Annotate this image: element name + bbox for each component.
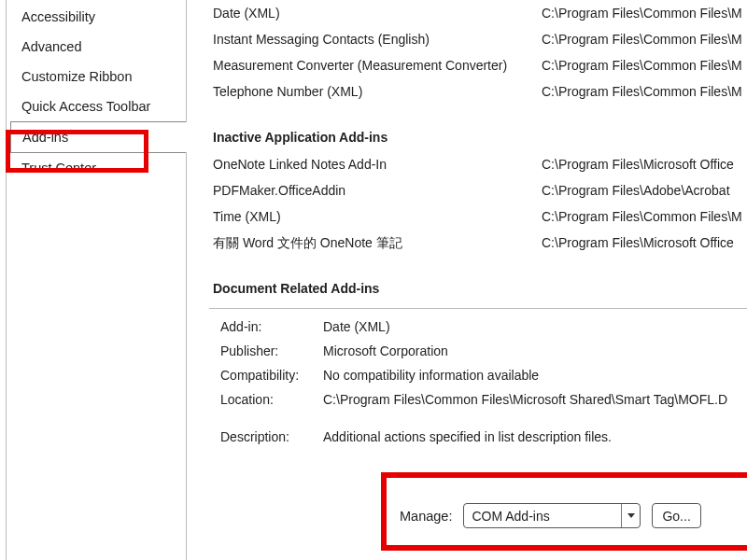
detail-label-publisher: Publisher: [220,339,323,363]
addins-list: Date (XML) C:\Program Files\Common Files… [187,0,747,302]
inactive-addin-row[interactable]: 有關 Word 文件的 OneNote 筆記 C:\Program Files\… [213,230,747,256]
detail-value-compat: No compatibility information available [323,363,747,387]
detail-label-addin: Add-in: [220,315,323,339]
inactive-addin-row[interactable]: OneNote Linked Notes Add-In C:\Program F… [213,151,747,177]
options-sidebar: Accessibility Advanced Customize Ribbon … [6,0,187,560]
chevron-down-icon [627,513,635,518]
detail-label-description: Description: [220,425,323,449]
inactive-addin-row[interactable]: Time (XML) C:\Program Files\Common Files… [213,203,747,230]
manage-label: Manage: [400,509,452,524]
detail-label-compat: Compatibility: [220,363,323,387]
addin-location: C:\Program Files\Common Files\M [542,0,747,26]
sidebar-item-advanced[interactable]: Advanced [7,32,186,62]
inactive-addin-row[interactable]: PDFMaker.OfficeAddin C:\Program Files\Ad… [213,177,747,203]
sidebar-item-trust-center[interactable]: Trust Center [7,153,186,183]
addin-location: C:\Program Files\Common Files\M [542,78,747,105]
manage-bar: Manage: COM Add-ins Go... [400,503,701,528]
manage-select-dropdown-button[interactable] [621,504,640,527]
active-addin-row[interactable]: Measurement Converter (Measurement Conve… [213,52,747,78]
active-addin-row[interactable]: Instant Messaging Contacts (English) C:\… [213,26,747,52]
addin-location: C:\Program Files\Common Files\M [542,52,747,78]
addin-details: Add-in: Date (XML) Publisher: Microsoft … [187,309,747,449]
addin-name: PDFMaker.OfficeAddin [213,177,542,203]
addin-name: Time (XML) [213,203,542,230]
sidebar-item-customize-ribbon[interactable]: Customize Ribbon [7,62,186,91]
manage-select-value: COM Add-ins [464,509,621,524]
active-addin-row[interactable]: Date (XML) C:\Program Files\Common Files… [213,0,747,26]
sidebar-item-accessibility[interactable]: Accessibility [7,2,186,32]
inactive-addins-heading: Inactive Application Add-ins [213,123,747,151]
addin-name: Telephone Number (XML) [213,78,542,105]
addin-location: C:\Program Files\Common Files\M [542,203,747,230]
addin-location: C:\Program Files\Microsoft Office [542,230,747,256]
addins-panel: Date (XML) C:\Program Files\Common Files… [187,0,747,560]
addin-location: C:\Program Files\Microsoft Office [542,151,747,177]
detail-value-addin: Date (XML) [323,315,747,339]
detail-value-location: C:\Program Files\Common Files\Microsoft … [323,387,747,412]
addin-location: C:\Program Files\Common Files\M [542,26,747,52]
detail-value-publisher: Microsoft Corporation [323,339,747,363]
manage-select[interactable]: COM Add-ins [463,503,641,528]
addin-name: Date (XML) [213,0,542,26]
addin-name: OneNote Linked Notes Add-In [213,151,542,177]
sidebar-item-add-ins[interactable]: Add-ins [10,121,187,153]
detail-value-description: Additional actions specified in list des… [323,425,747,449]
go-button[interactable]: Go... [652,503,700,528]
detail-label-location: Location: [220,387,323,412]
addin-name: Instant Messaging Contacts (English) [213,26,542,52]
sidebar-item-quick-access-toolbar[interactable]: Quick Access Toolbar [7,91,186,121]
addin-location: C:\Program Files\Adobe\Acrobat [542,177,747,203]
active-addin-row[interactable]: Telephone Number (XML) C:\Program Files\… [213,78,747,105]
document-related-heading: Document Related Add-ins [213,274,747,302]
addin-name: 有關 Word 文件的 OneNote 筆記 [213,230,542,256]
addin-name: Measurement Converter (Measurement Conve… [213,52,542,78]
